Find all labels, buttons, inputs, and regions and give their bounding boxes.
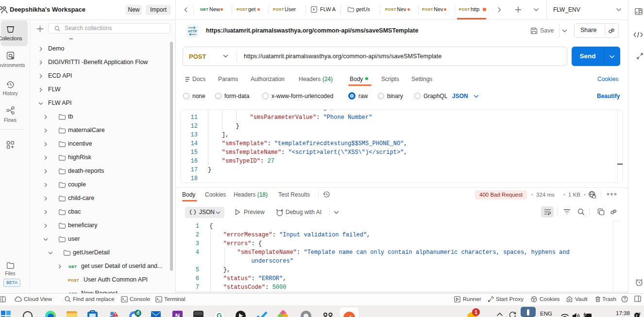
svg-text:HTTP: HTTP [188,30,197,33]
svg-text:x: x [635,10,638,15]
